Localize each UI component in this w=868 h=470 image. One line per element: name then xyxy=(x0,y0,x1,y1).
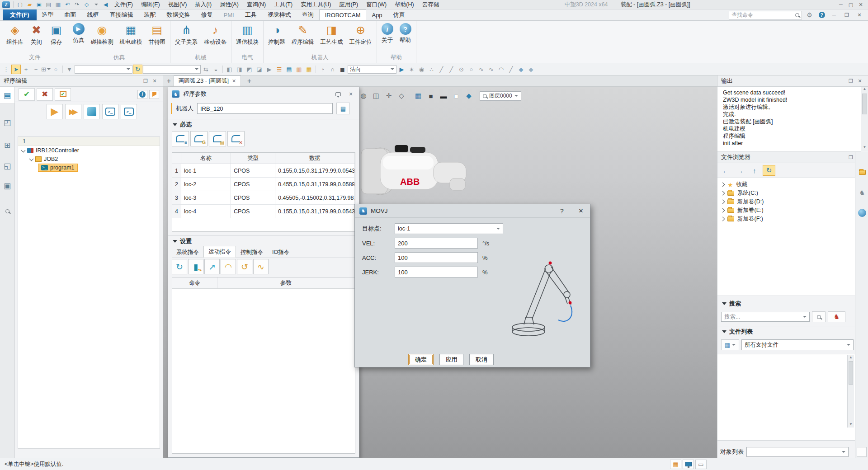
command-search-input[interactable]: 查找命令 xyxy=(729,11,802,19)
entity-filter-combo[interactable] xyxy=(75,65,132,74)
dock-robot-icon[interactable]: ♞ xyxy=(855,185,868,201)
comm-module-button[interactable]: ▥通信模块 xyxy=(233,22,262,47)
acc-input[interactable] xyxy=(395,252,478,263)
status-grid-toggle[interactable]: ▦ xyxy=(670,460,681,469)
ribbon-tab-tools[interactable]: 工具 xyxy=(240,9,262,20)
save-icon[interactable]: ▣ xyxy=(34,0,44,9)
settings-section-header[interactable]: 设置 xyxy=(168,235,359,246)
save-button[interactable]: ▣保存 xyxy=(47,22,66,47)
tree-item-controller[interactable]: IRB120Controller xyxy=(18,146,160,155)
controller-button[interactable]: ◑控制器 xyxy=(265,22,288,47)
flag-button[interactable] xyxy=(149,90,159,99)
doc-close-button[interactable]: ✕ xyxy=(854,11,864,19)
tab-component-icon[interactable]: ◱ xyxy=(0,157,14,174)
white-face-icon[interactable]: ■ xyxy=(450,90,462,101)
expander-icon[interactable] xyxy=(29,157,34,161)
expander-icon[interactable] xyxy=(721,183,725,187)
pick-arrow-icon[interactable]: ▶ xyxy=(264,65,274,74)
tab-hierarchy-icon[interactable]: ⊞ xyxy=(0,136,14,154)
menu-edit[interactable]: 编辑(E) xyxy=(137,0,164,9)
play-snap-icon[interactable]: ◉ xyxy=(417,65,426,74)
tab-system-commands[interactable]: 系统指令 xyxy=(172,247,203,258)
dock-sphere-icon[interactable] xyxy=(855,205,868,221)
status-box-toggle[interactable]: ▭ xyxy=(695,460,707,469)
col-header-params[interactable]: 参数 xyxy=(217,277,355,288)
dialog-close-button[interactable]: ✕ xyxy=(576,207,585,215)
window-minimize-button[interactable]: ─ xyxy=(836,0,846,9)
doc-restore-button[interactable]: ❐ xyxy=(842,11,852,19)
panel-close-button[interactable]: ✕ xyxy=(150,77,159,85)
point-row[interactable]: 2 loc-2 CPOS 0.455,0.15,0.31,179.99,0.05… xyxy=(172,178,355,191)
print-preview-icon[interactable]: ▥ xyxy=(53,0,63,9)
dark-cube-icon[interactable]: ■ xyxy=(425,90,437,101)
view-mode-button[interactable]: ▦ xyxy=(721,339,739,350)
pick-robot-button[interactable]: ▤ xyxy=(336,103,350,114)
regen-icon[interactable]: ◇ xyxy=(82,0,91,9)
auto-regen-icon[interactable]: ↻ xyxy=(133,65,142,74)
selection-set-combo[interactable] xyxy=(143,65,201,74)
selected-program-row[interactable]: >_ program1 xyxy=(38,164,78,172)
ribbon-tab-shape[interactable]: 造型 xyxy=(37,9,59,20)
collision-check-button[interactable]: ◉碰撞检测 xyxy=(88,22,117,47)
add-tab-icon[interactable]: + xyxy=(247,77,251,85)
movl-button[interactable]: ↗ xyxy=(204,259,220,274)
menu-applications[interactable]: 应用(P) xyxy=(335,0,362,9)
output-log[interactable]: Get scene data succeed! ZW3D model init … xyxy=(717,87,861,151)
sketch-line-icon[interactable]: ╱ xyxy=(506,65,516,74)
tab-close-icon[interactable]: ✕ xyxy=(232,78,236,84)
close-button[interactable]: ✖关闭 xyxy=(27,22,47,47)
menu-cloud[interactable]: 云存储 xyxy=(418,0,443,9)
ribbon-file-button[interactable]: 文件(F) xyxy=(3,9,37,20)
movarc-button[interactable]: ↺ xyxy=(237,259,252,274)
fb-back-icon[interactable]: ← xyxy=(719,165,732,176)
tab-zoom-search-icon[interactable] xyxy=(0,202,14,220)
expander-icon[interactable] xyxy=(21,148,26,153)
help-button[interactable]: ?帮助 xyxy=(396,22,415,45)
spline-tool-icon[interactable]: ∿ xyxy=(476,65,486,74)
movspline-button[interactable]: ∿ xyxy=(253,259,269,274)
run-program-button[interactable]: ▶ xyxy=(47,104,63,119)
fb-item-drive-c[interactable]: 系统(C:) xyxy=(717,189,855,197)
quickbar-dropdown-icon[interactable] xyxy=(91,0,101,9)
new-tab-icon[interactable]: + xyxy=(167,77,171,85)
ribbon-tab-assembly[interactable]: 装配 xyxy=(139,9,161,20)
chain-pick-icon[interactable]: ∩ xyxy=(328,65,337,74)
sync-move-button[interactable]: ↻ xyxy=(172,259,187,274)
multi-view-icon[interactable]: ◫ xyxy=(370,90,382,101)
tree-item-program[interactable]: >_ program1 xyxy=(18,163,160,172)
grid-cube-icon[interactable]: ▦ xyxy=(412,90,424,101)
teach-point-button[interactable]: ≡ xyxy=(172,131,189,146)
fb-up-icon[interactable]: ↑ xyxy=(748,165,761,176)
target-point-select[interactable]: loc-1 xyxy=(395,223,503,234)
param-close-button[interactable]: ✕ xyxy=(346,90,355,98)
expander-icon[interactable] xyxy=(721,200,725,204)
align-bottom-icon[interactable]: ◪ xyxy=(255,65,264,74)
col-header-data[interactable]: 数据 xyxy=(275,153,355,164)
file-list-area[interactable]: ▲ ▼ xyxy=(717,354,855,441)
redo-icon[interactable]: ↷ xyxy=(72,0,82,9)
ribbon-tab-repair[interactable]: 修复 xyxy=(196,9,218,20)
circle-tool-icon[interactable]: ⊙ xyxy=(457,65,466,74)
window-close-button[interactable]: ✕ xyxy=(856,0,866,9)
fb-forward-icon[interactable]: → xyxy=(734,165,746,176)
settings-gear-icon[interactable]: ⚙ xyxy=(805,10,814,20)
solid-mode-icon[interactable]: ◼ xyxy=(338,65,347,74)
movj-titlebar[interactable]: ♞ MOVJ ? ✕ xyxy=(355,204,590,218)
ribbon-tab-app[interactable]: App xyxy=(366,9,387,20)
program-line-row[interactable]: 1 xyxy=(18,137,160,146)
output-close-button[interactable]: ✕ xyxy=(855,77,864,85)
ellipse-tool-icon[interactable]: ○ xyxy=(467,65,476,74)
process-generate-button[interactable]: ◨工艺生成 xyxy=(317,22,346,47)
menu-help[interactable]: 帮助(H) xyxy=(391,0,418,9)
align-left-icon[interactable]: ◧ xyxy=(225,65,234,74)
tab-io-commands[interactable]: IO指令 xyxy=(268,247,294,258)
menu-attributes[interactable]: 属性(A) xyxy=(216,0,243,9)
expander-icon[interactable] xyxy=(721,191,725,196)
output-float-button[interactable]: ❐ xyxy=(846,77,855,85)
normal-direction-combo[interactable]: 法向 xyxy=(348,65,396,74)
point-row[interactable]: 4 loc-4 CPOS 0.155,0.15,0.31,179.99,0.05… xyxy=(172,205,355,218)
gantt-chart-button[interactable]: ▤甘特图 xyxy=(146,22,169,47)
ribbon-tab-irobotcam[interactable]: IROBOTCAM xyxy=(319,9,367,20)
jerk-input[interactable] xyxy=(395,267,478,277)
arc-mode-icon[interactable]: ◔ xyxy=(318,65,327,74)
